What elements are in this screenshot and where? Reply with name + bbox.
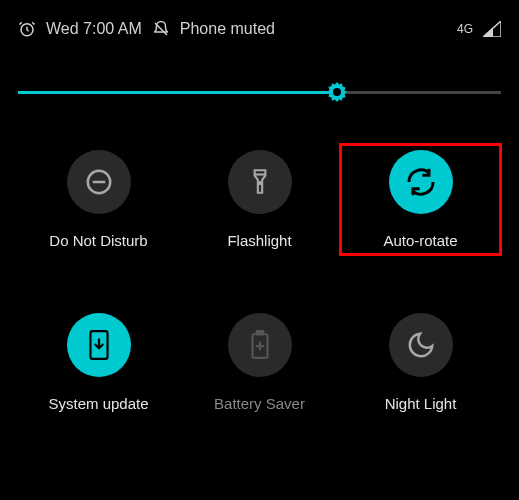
system-update-icon bbox=[67, 313, 131, 377]
auto-rotate-icon bbox=[389, 150, 453, 214]
tile-label: Night Light bbox=[385, 395, 457, 412]
tile-do-not-disturb[interactable]: Do Not Disturb bbox=[18, 144, 179, 255]
tile-label: Do Not Disturb bbox=[49, 232, 147, 249]
dnd-icon bbox=[67, 150, 131, 214]
brightness-track-inactive bbox=[337, 91, 501, 94]
flashlight-icon bbox=[228, 150, 292, 214]
svg-point-3 bbox=[258, 182, 260, 184]
alarm-icon bbox=[18, 20, 36, 38]
mute-icon bbox=[152, 20, 170, 38]
svg-rect-6 bbox=[256, 331, 262, 334]
tile-night-light[interactable]: Night Light bbox=[340, 307, 501, 418]
svg-point-1 bbox=[333, 88, 341, 96]
status-bar: Wed 7:00 AM Phone muted 4G bbox=[18, 20, 501, 38]
quick-settings-panel: Wed 7:00 AM Phone muted 4G bbox=[0, 0, 519, 418]
tile-label: Auto-rotate bbox=[383, 232, 457, 249]
mute-label: Phone muted bbox=[180, 20, 275, 38]
quick-tiles-grid: Do Not Disturb Flashlight Auto-rotat bbox=[18, 144, 501, 418]
tile-system-update[interactable]: System update bbox=[18, 307, 179, 418]
tile-label: System update bbox=[48, 395, 148, 412]
tile-label: Battery Saver bbox=[214, 395, 305, 412]
brightness-slider[interactable] bbox=[18, 80, 501, 104]
tile-auto-rotate[interactable]: Auto-rotate bbox=[340, 144, 501, 255]
night-light-icon bbox=[389, 313, 453, 377]
tile-battery-saver[interactable]: Battery Saver bbox=[179, 307, 340, 418]
tile-flashlight[interactable]: Flashlight bbox=[179, 144, 340, 255]
network-label: 4G bbox=[457, 22, 473, 36]
brightness-thumb-icon[interactable] bbox=[325, 80, 349, 104]
signal-icon bbox=[483, 21, 501, 37]
battery-saver-icon bbox=[228, 313, 292, 377]
brightness-track-active bbox=[18, 91, 337, 94]
alarm-time: Wed 7:00 AM bbox=[46, 20, 142, 38]
tile-label: Flashlight bbox=[227, 232, 291, 249]
